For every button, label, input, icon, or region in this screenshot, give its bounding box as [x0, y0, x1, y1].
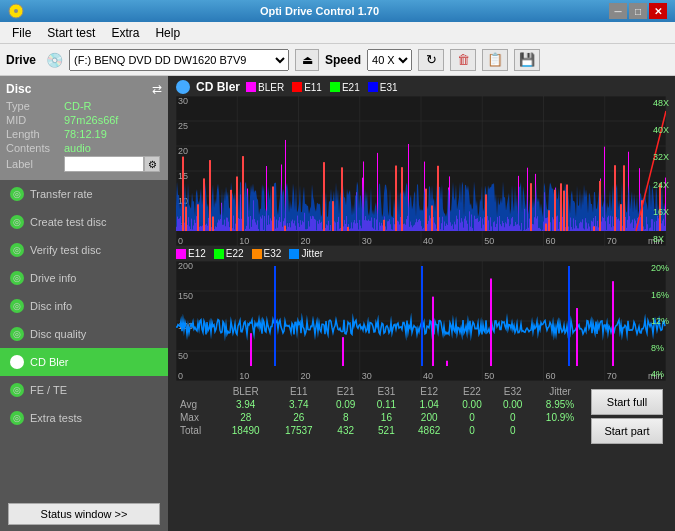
stats-avg-e12: 1.04 [407, 398, 452, 411]
disc-mid-val: 97m26s66f [64, 114, 118, 126]
drive-label: Drive [6, 53, 36, 67]
stats-avg-label: Avg [176, 398, 219, 411]
disc-panel-toggle[interactable]: ⇄ [152, 82, 162, 96]
chart2-container: 4% 8% 12% 16% 20% [176, 261, 667, 381]
stats-avg-jitter: 8.95% [533, 398, 587, 411]
stats-total-bler: 18490 [219, 424, 272, 437]
stats-header-e12: E12 [407, 385, 452, 398]
disc-panel-title: Disc [6, 82, 31, 96]
chart2-legend: E12 E22 E32 Jitter [176, 248, 667, 259]
label-settings-button[interactable]: ⚙ [144, 156, 160, 172]
stats-max-e22: 0 [452, 411, 493, 424]
stats-avg-bler: 3.94 [219, 398, 272, 411]
stats-total-e31: 521 [366, 424, 407, 437]
disc-length-key: Length [6, 128, 64, 140]
stats-avg-e22: 0.00 [452, 398, 493, 411]
chart1-title: CD Bler [196, 80, 240, 94]
stats-total-e32: 0 [492, 424, 533, 437]
drive-bar: Drive 💿 (F:) BENQ DVD DD DW1620 B7V9 ⏏ S… [0, 44, 675, 76]
start-part-button[interactable]: Start part [591, 418, 663, 444]
disc-contents-key: Contents [6, 142, 64, 154]
disc-length-val: 78:12.19 [64, 128, 107, 140]
refresh-button[interactable]: ↻ [418, 49, 444, 71]
erase-button[interactable]: 🗑 [450, 49, 476, 71]
stats-table: BLER E11 E21 E31 E12 E22 E32 Jitter Avg [176, 385, 587, 437]
stats-max-e31: 16 [366, 411, 407, 424]
stats-total-jitter [533, 424, 587, 437]
chart1-legend: BLER E11 E21 E31 [246, 82, 398, 93]
stats-row-avg: Avg 3.94 3.74 0.09 0.11 1.04 0.00 0.00 8… [176, 398, 587, 411]
menu-help[interactable]: Help [147, 24, 188, 42]
maximize-button[interactable]: □ [629, 3, 647, 19]
svg-point-1 [14, 9, 18, 13]
stats-max-e11: 26 [272, 411, 325, 424]
action-buttons: Start full Start part [587, 385, 667, 448]
disc-type-val: CD-R [64, 100, 92, 112]
extra-tests-icon: ◎ [10, 411, 24, 425]
window-controls: ─ □ ✕ [609, 3, 667, 19]
copy-button[interactable]: 📋 [482, 49, 508, 71]
stats-avg-e11: 3.74 [272, 398, 325, 411]
close-button[interactable]: ✕ [649, 3, 667, 19]
chart1-container: 8X 16X 24X 32X 40X 48X [176, 96, 667, 246]
stats-header-e22: E22 [452, 385, 493, 398]
disc-info-icon: ◎ [10, 299, 24, 313]
stats-max-jitter: 10.9% [533, 411, 587, 424]
minimize-button[interactable]: ─ [609, 3, 627, 19]
disc-contents-val: audio [64, 142, 91, 154]
stats-total-label: Total [176, 424, 219, 437]
title-bar: Opti Drive Control 1.70 ─ □ ✕ [0, 0, 675, 22]
start-full-button[interactable]: Start full [591, 389, 663, 415]
disc-type-key: Type [6, 100, 64, 112]
stats-max-label: Max [176, 411, 219, 424]
sidebar-item-disc-quality[interactable]: ◎ Disc quality [0, 320, 168, 348]
stats-avg-e32: 0.00 [492, 398, 533, 411]
stats-max-e32: 0 [492, 411, 533, 424]
stats-header-bler: BLER [219, 385, 272, 398]
stats-header-e31: E31 [366, 385, 407, 398]
stats-max-e12: 200 [407, 411, 452, 424]
disc-label-key: Label [6, 158, 64, 170]
sidebar-item-disc-info[interactable]: ◎ Disc info [0, 292, 168, 320]
stats-row-total: Total 18490 17537 432 521 4862 0 0 [176, 424, 587, 437]
chart2-canvas [176, 261, 666, 381]
label-input[interactable] [64, 156, 144, 172]
chart1-title-bar: CD Bler BLER E11 E21 E31 [176, 80, 667, 94]
eject-button[interactable]: ⏏ [295, 49, 319, 71]
stats-max-e21: 8 [325, 411, 366, 424]
stats-header-e32: E32 [492, 385, 533, 398]
menu-start-test[interactable]: Start test [39, 24, 103, 42]
status-window-button[interactable]: Status window >> [8, 503, 160, 525]
sidebar-item-verify-test-disc[interactable]: ◎ Verify test disc [0, 236, 168, 264]
chart1-icon [176, 80, 190, 94]
sidebar-item-extra-tests[interactable]: ◎ Extra tests [0, 404, 168, 432]
disc-quality-icon: ◎ [10, 327, 24, 341]
drive-info-icon: ◎ [10, 271, 24, 285]
save-button[interactable]: 💾 [514, 49, 540, 71]
sidebar-item-cd-bler[interactable]: ◎ CD Bler [0, 348, 168, 376]
stats-total-e12: 4862 [407, 424, 452, 437]
speed-label: Speed [325, 53, 361, 67]
content-area: CD Bler BLER E11 E21 E31 8X 16X 24X 32X … [168, 76, 675, 531]
sidebar-item-transfer-rate[interactable]: ◎ Transfer rate [0, 180, 168, 208]
stats-header-jitter: Jitter [533, 385, 587, 398]
verify-test-disc-icon: ◎ [10, 243, 24, 257]
drive-select[interactable]: (F:) BENQ DVD DD DW1620 B7V9 [69, 49, 289, 71]
disc-panel: Disc ⇄ Type CD-R MID 97m26s66f Length 78… [0, 76, 168, 180]
sidebar-item-fe-te[interactable]: ◎ FE / TE [0, 376, 168, 404]
transfer-rate-icon: ◎ [10, 187, 24, 201]
menu-extra[interactable]: Extra [103, 24, 147, 42]
stats-max-bler: 28 [219, 411, 272, 424]
stats-avg-e31: 0.11 [366, 398, 407, 411]
stats-avg-e21: 0.09 [325, 398, 366, 411]
cd-bler-icon: ◎ [10, 355, 24, 369]
stats-total-e22: 0 [452, 424, 493, 437]
stats-header-empty [176, 385, 219, 398]
speed-select[interactable]: 40 X [367, 49, 412, 71]
menu-file[interactable]: File [4, 24, 39, 42]
fe-te-icon: ◎ [10, 383, 24, 397]
sidebar-item-drive-info[interactable]: ◎ Drive info [0, 264, 168, 292]
sidebar-item-create-test-disc[interactable]: ◎ Create test disc [0, 208, 168, 236]
main-layout: Disc ⇄ Type CD-R MID 97m26s66f Length 78… [0, 76, 675, 531]
sidebar: Disc ⇄ Type CD-R MID 97m26s66f Length 78… [0, 76, 168, 531]
